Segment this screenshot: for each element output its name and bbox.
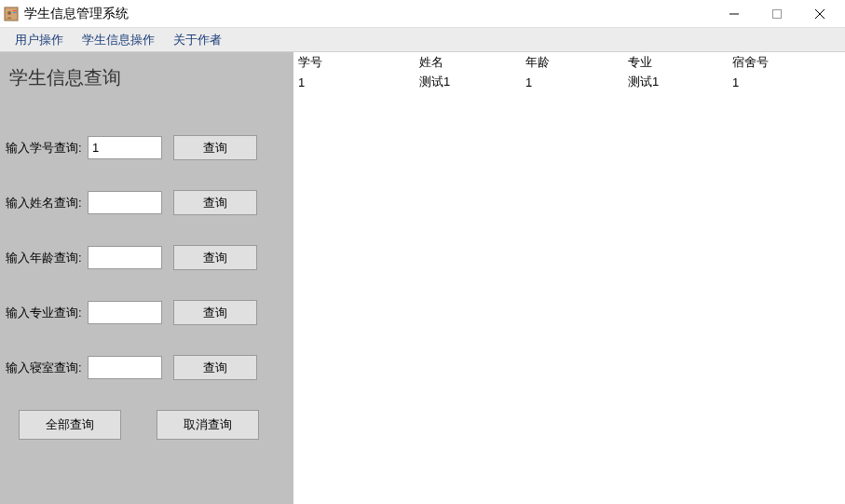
th-age[interactable]: 年龄 xyxy=(522,54,624,71)
titlebar: 学生信息管理系统 xyxy=(0,0,845,28)
app-icon xyxy=(4,7,19,21)
menubar: 用户操作 学生信息操作 关于作者 xyxy=(0,28,845,52)
sidebar-title: 学生信息查询 xyxy=(9,65,288,90)
query-input-age[interactable] xyxy=(88,246,162,269)
table-header: 学号 姓名 年龄 专业 宿舍号 xyxy=(294,52,845,73)
query-input-name[interactable] xyxy=(88,191,162,214)
query-row-name: 输入姓名查询: 查询 xyxy=(6,190,288,215)
query-row-id: 输入学号查询: 查询 xyxy=(6,135,288,160)
query-label-name: 输入姓名查询: xyxy=(6,195,86,211)
maximize-button[interactable] xyxy=(756,0,798,28)
query-row-major: 输入专业查询: 查询 xyxy=(6,300,288,325)
query-input-dorm[interactable] xyxy=(88,356,162,379)
query-button-name[interactable]: 查询 xyxy=(173,190,257,215)
svg-rect-3 xyxy=(13,12,17,13)
td-id: 1 xyxy=(294,75,416,89)
query-label-dorm: 输入寝室查询: xyxy=(6,360,86,376)
td-age: 1 xyxy=(522,75,624,89)
table-row[interactable]: 1 测试1 1 测试1 1 xyxy=(294,73,845,91)
minimize-button[interactable] xyxy=(713,0,756,28)
th-name[interactable]: 姓名 xyxy=(416,54,522,71)
svg-point-1 xyxy=(7,11,11,15)
td-name: 测试1 xyxy=(416,74,522,90)
query-button-dorm[interactable]: 查询 xyxy=(173,355,257,380)
query-button-major[interactable]: 查询 xyxy=(173,300,257,325)
td-dorm: 1 xyxy=(729,75,822,89)
window-title: 学生信息管理系统 xyxy=(24,6,713,22)
menu-user-ops[interactable]: 用户操作 xyxy=(6,29,73,51)
svg-rect-2 xyxy=(13,10,17,11)
th-major[interactable]: 专业 xyxy=(624,54,729,71)
menu-about[interactable]: 关于作者 xyxy=(164,29,231,51)
query-all-button[interactable]: 全部查询 xyxy=(19,410,121,440)
window-controls xyxy=(713,0,841,28)
td-major: 测试1 xyxy=(624,74,729,90)
query-input-major[interactable] xyxy=(88,301,162,324)
query-row-dorm: 输入寝室查询: 查询 xyxy=(6,355,288,380)
th-dorm[interactable]: 宿舍号 xyxy=(729,54,822,71)
menu-student-ops[interactable]: 学生信息操作 xyxy=(73,29,164,51)
query-label-age: 输入年龄查询: xyxy=(6,250,86,266)
query-sidebar: 学生信息查询 输入学号查询: 查询 输入姓名查询: 查询 输入年龄查询: 查询 … xyxy=(0,52,294,504)
query-input-id[interactable] xyxy=(88,136,162,159)
bottom-buttons: 全部查询 取消查询 xyxy=(19,410,288,440)
results-panel: 学号 姓名 年龄 专业 宿舍号 1 测试1 1 测试1 1 xyxy=(294,52,845,504)
svg-rect-5 xyxy=(773,9,782,18)
query-button-id[interactable]: 查询 xyxy=(173,135,257,160)
cancel-query-button[interactable]: 取消查询 xyxy=(157,410,259,440)
query-label-id: 输入学号查询: xyxy=(6,140,86,157)
close-button[interactable] xyxy=(798,0,841,28)
th-id[interactable]: 学号 xyxy=(294,54,416,71)
query-label-major: 输入专业查询: xyxy=(6,305,86,321)
content-area: 学生信息查询 输入学号查询: 查询 输入姓名查询: 查询 输入年龄查询: 查询 … xyxy=(0,52,845,504)
query-row-age: 输入年龄查询: 查询 xyxy=(6,245,288,270)
query-button-age[interactable]: 查询 xyxy=(173,245,257,270)
